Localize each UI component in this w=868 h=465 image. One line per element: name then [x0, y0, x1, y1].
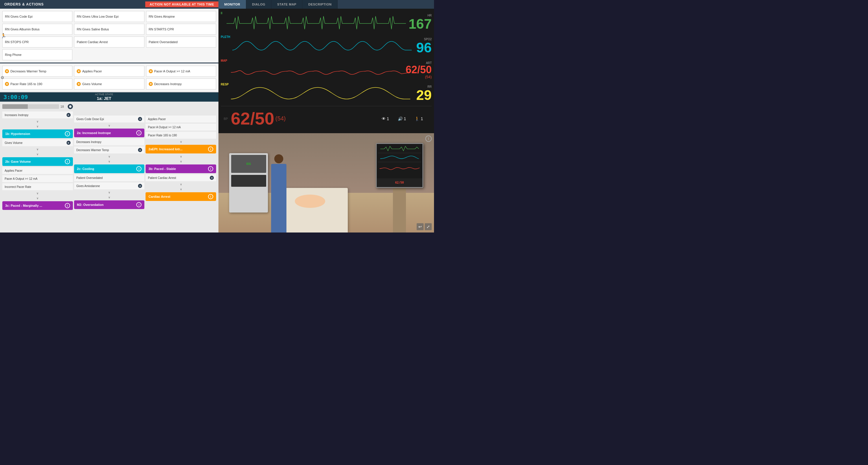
chevron-4[interactable]: ∨: [2, 152, 73, 156]
col2-chevron-4[interactable]: ∨: [74, 191, 145, 194]
gives-volume-trigger[interactable]: ★ Gives Volume: [74, 79, 144, 89]
action-dot-col3-1: ⊗: [210, 176, 214, 180]
active-state-text: ACTIVE STATE: [95, 93, 113, 96]
state-node-cardiac-arrest[interactable]: Cardiac Arrest i: [146, 192, 216, 201]
expand-buttons: ↩ ⤢: [416, 223, 432, 230]
waveform-label-map: MAP: [221, 59, 227, 62]
progress-row: 18: [2, 104, 73, 109]
decreases-inotropy-trigger[interactable]: ★ Decreases Inotropy: [146, 79, 216, 89]
monitor-tabs: MONITOR DIALOG STATE MAP DESCRIPTION: [218, 0, 434, 9]
action-item-col3-applies-pacer: Applies Pacer: [146, 116, 216, 122]
trigger-icon-1: ★: [5, 69, 9, 73]
state-col-1: 18 Increases Inotropy ⊗ ∨ ∨ 1b: Hypotens…: [2, 104, 73, 230]
hr-vital: HR 167: [407, 14, 432, 31]
col3-chevron-1[interactable]: ∨: [146, 140, 216, 144]
state-info-btn-2aepi[interactable]: i: [208, 146, 213, 152]
col3-chevron-2[interactable]: ∨: [146, 155, 216, 158]
state-node-2c-cooling[interactable]: 2c: Cooling i: [74, 165, 145, 173]
action-dot-col2-3: ⊗: [138, 184, 142, 188]
monitor-icons-row: 👁 1 🔊 1 🚶 1: [382, 116, 423, 121]
state-col-3: Applies Pacer Pacer A Output >= 12 mA Pa…: [146, 104, 216, 230]
fullscreen-btn[interactable]: ⤢: [425, 223, 432, 230]
state-info-btn-2b[interactable]: i: [65, 159, 70, 164]
progress-bar-fill: [2, 104, 28, 109]
pacer-rate-trigger[interactable]: ★ Pacer Rate 165 to 190: [2, 79, 72, 89]
action-item-patient-oversedated: Patient Oversedated: [74, 174, 145, 181]
progress-bar: [2, 104, 59, 109]
state-node-2a-increased-inotrope[interactable]: 2a: Increased Inotrope i: [74, 128, 145, 137]
chevron-2[interactable]: ∨: [2, 124, 73, 128]
tab-dialog[interactable]: DIALOG: [246, 0, 271, 9]
state-info-btn-3b[interactable]: i: [208, 166, 213, 171]
rn-gives-code-epi-button[interactable]: RN Gives Code Epi: [2, 11, 72, 22]
sound-icon: 🔊 1: [398, 116, 406, 121]
action-dot-2: ⊗: [66, 141, 71, 145]
action-not-available-banner: ACTION NOT AVAILABLE AT THIS TIME: [145, 1, 218, 7]
action-item-decreases-inotropy: Decreases Inotropy: [74, 138, 145, 145]
triggers-area: ⚙ ★ Decreases Warmer Temp ★ Applies Pace…: [0, 63, 218, 92]
col3-chevron-4[interactable]: ∨: [146, 182, 216, 186]
rn-gives-atropine-button[interactable]: RN Gives Atropine: [146, 11, 216, 22]
action-item-col3-pacer-output: Pacer A Output >= 12 mA: [146, 124, 216, 130]
svg-point-0: [69, 106, 71, 108]
waveform-label-resp: RESP: [221, 83, 228, 86]
ring-phone-button[interactable]: Ring Phone: [2, 49, 72, 60]
state-node-m2-oversedation[interactable]: M2: Oversedation i: [74, 200, 145, 209]
bp-display-row: BP 62/50 (54) 👁 1 🔊 1 🚶 1: [221, 106, 432, 131]
trigger-icon-4: ★: [5, 82, 9, 86]
patient-cardiac-arrest-button[interactable]: Patient Cardiac Arrest: [74, 36, 144, 48]
decreases-warmer-temp-trigger[interactable]: ★ Decreases Warmer Temp: [2, 66, 72, 77]
action-item-pacer-output: Pacer A Output >= 12 mA: [2, 175, 73, 182]
col2-chevron-3[interactable]: ∨: [74, 159, 145, 163]
pacer-a-output-trigger[interactable]: ★ Pacer A Output >= 12 mA: [146, 66, 216, 77]
timer-display: 3:00:09: [3, 93, 28, 100]
rn-stops-cpr-button[interactable]: RN STOPS CPR: [2, 36, 72, 48]
state-node-2b-gave-volume[interactable]: 2b: Gave Volume i: [2, 157, 73, 166]
pleth-waveform: [232, 36, 412, 57]
col3-chevron-3[interactable]: ∨: [146, 159, 216, 163]
rn-gives-albumin-bolus-button[interactable]: RN Gives Albumin Bolus: [2, 24, 72, 35]
rn-gives-ultra-low-dose-epi-button[interactable]: RN Gives Ultra Low Dose Epi: [74, 11, 144, 22]
col3-chevron-5[interactable]: ∨: [146, 187, 216, 191]
patient-oversedated-button[interactable]: Patient Oversedated: [146, 36, 216, 48]
chevron-1[interactable]: ∨: [2, 120, 73, 123]
state-info-btn-cardiac-arrest[interactable]: i: [208, 194, 213, 199]
running-man-icon: 🏃: [1, 33, 6, 38]
state-node-1b-hypotension[interactable]: 1b: Hypotension i: [2, 129, 73, 138]
art-vital: ART 62/50 (54): [406, 62, 432, 79]
rn-starts-cpr-button[interactable]: RN STARTS CPR: [146, 24, 216, 35]
state-info-btn-2c[interactable]: i: [136, 166, 142, 171]
state-info-btn-3c[interactable]: i: [65, 203, 70, 208]
tab-state-map[interactable]: STATE MAP: [271, 0, 302, 9]
trigger-icon-2: ★: [77, 69, 81, 73]
rr-vital: RR 29: [407, 85, 432, 102]
state-node-3c-paced-marginally[interactable]: 3c: Paced - Marginally ... i: [2, 201, 73, 210]
chevron-5[interactable]: ∨: [2, 192, 73, 195]
rn-gives-saline-bolus-button[interactable]: RN Gives Saline Bolus: [74, 24, 144, 35]
actions-grid: 🏃 RN Gives Code Epi RN Gives Ultra Low D…: [0, 9, 218, 63]
state-info-btn-m2[interactable]: i: [136, 202, 142, 207]
info-button-corner[interactable]: i: [425, 136, 432, 142]
state-info-btn-1b[interactable]: i: [65, 131, 70, 136]
active-state-name: 1a: JET: [97, 96, 112, 101]
state-node-2aepi-increased[interactable]: 2aEPI: Increased Iotr... i: [146, 145, 216, 153]
trigger-icon-5: ★: [77, 82, 81, 86]
tab-monitor[interactable]: MONITOR: [218, 0, 246, 9]
state-col-2: Gives Code Dose Epi ⊗ ∨ 2a: Increased In…: [74, 104, 145, 230]
rotate-expand-btn[interactable]: ↩: [416, 223, 424, 230]
col2-chevron-2[interactable]: ∨: [74, 155, 145, 158]
resp-waveform: [231, 83, 410, 105]
col2-chevron-5[interactable]: ∨: [74, 196, 145, 199]
state-info-btn-2a[interactable]: i: [136, 130, 142, 136]
action-item-col3-cardiac-arrest: Patient Cardiac Arrest ⊗: [146, 174, 216, 181]
action-item-applies-pacer: Applies Pacer: [2, 167, 73, 174]
hospital-scene: ECG: [218, 133, 434, 233]
empty-action-1: [74, 49, 144, 60]
applies-pacer-trigger[interactable]: ★ Applies Pacer: [74, 66, 144, 77]
tab-description[interactable]: DESCRIPTION: [302, 0, 338, 9]
chevron-6[interactable]: ∨: [2, 196, 73, 200]
state-columns: 18 Increases Inotropy ⊗ ∨ ∨ 1b: Hypotens…: [0, 101, 218, 233]
col2-chevron-1[interactable]: ∨: [74, 124, 145, 127]
state-node-3b-paced-stable[interactable]: 3b: Paced - Stable i: [146, 165, 216, 173]
chevron-3[interactable]: ∨: [2, 147, 73, 151]
